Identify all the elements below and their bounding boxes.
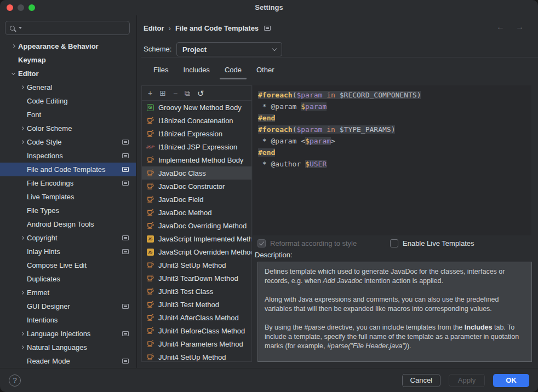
reset-to-default-icon[interactable]: ↺ xyxy=(197,89,204,97)
chevron-down-icon[interactable] xyxy=(12,71,15,75)
live-templates-checkbox[interactable] xyxy=(390,239,398,247)
sidebar-item-color-scheme[interactable]: Color Scheme xyxy=(0,122,136,135)
titlebar[interactable]: Settings xyxy=(0,0,538,15)
chevron-right-icon[interactable] xyxy=(20,126,24,130)
template-item-javadoc-overriding-method[interactable]: JavaDoc Overriding Method xyxy=(142,219,251,232)
sidebar-item-reader-mode[interactable]: Reader Mode xyxy=(0,354,136,368)
sidebar-item-duplicates[interactable]: Duplicates xyxy=(0,272,136,286)
template-item-junit4-setup-method[interactable]: JUnit4 SetUp Method xyxy=(142,350,251,362)
sidebar-item-emmet[interactable]: Emmet xyxy=(0,286,136,299)
tab-code[interactable]: Code xyxy=(219,64,248,79)
tree-toggle[interactable] xyxy=(18,141,26,143)
template-item-javascript-overridden-method-body[interactable]: JSJavaScript Overridden Method Body xyxy=(142,245,251,258)
window-title: Settings xyxy=(0,3,538,11)
code-line: #foreach($param in $RECORD_COMPONENTS) xyxy=(258,89,526,101)
monitor-icon xyxy=(122,304,129,309)
help-button[interactable]: ? xyxy=(9,374,21,387)
template-item-javadoc-method[interactable]: JavaDoc Method xyxy=(142,206,251,219)
template-item-junit4-beforeclass-method[interactable]: JUnit4 BeforeClass Method xyxy=(142,324,251,337)
sidebar-item-code-style[interactable]: Code Style xyxy=(0,135,136,149)
sidebar-item-copyright[interactable]: Copyright xyxy=(0,231,136,245)
sidebar-item-natural-languages[interactable]: Natural Languages xyxy=(0,341,136,354)
breadcrumb-parent[interactable]: Editor xyxy=(144,24,164,32)
search-input[interactable] xyxy=(24,24,125,32)
tree-toggle[interactable] xyxy=(18,332,26,335)
scheme-value: Project xyxy=(182,45,273,54)
chevron-right-icon[interactable] xyxy=(20,236,24,240)
tree-toggle[interactable] xyxy=(9,73,18,74)
chevron-right-icon[interactable] xyxy=(20,85,24,89)
sidebar-item-code-editing[interactable]: Code Editing xyxy=(0,94,136,108)
sidebar-item-label: Color Scheme xyxy=(26,124,129,132)
sidebar-item-file-encodings[interactable]: File Encodings xyxy=(0,176,136,190)
monitor-icon xyxy=(122,359,129,364)
sidebar-item-intentions[interactable]: Intentions xyxy=(0,313,136,327)
sidebar-item-language-injections[interactable]: Language Injections xyxy=(0,327,136,341)
description-paragraph: Along with Java expressions and comments… xyxy=(265,295,525,314)
sidebar-item-editor[interactable]: Editor xyxy=(0,67,136,80)
tree-toggle[interactable] xyxy=(18,86,26,89)
template-item-junit3-teardown-method[interactable]: JUnit3 TearDown Method xyxy=(142,272,251,285)
template-item-i18nized-concatenation[interactable]: I18nized Concatenation xyxy=(142,114,251,127)
scheme-dropdown[interactable]: Project xyxy=(176,42,282,56)
template-item-junit3-setup-method[interactable]: JUnit3 SetUp Method xyxy=(142,258,251,272)
template-item-javadoc-field[interactable]: JavaDoc Field xyxy=(142,193,251,206)
tab-other[interactable]: Other xyxy=(250,64,281,79)
main-panel: Editor › File and Code Templates ← → Sch… xyxy=(138,15,538,368)
chevron-right-icon[interactable] xyxy=(20,332,24,336)
template-item-junit4-afterclass-method[interactable]: JUnit4 AfterClass Method xyxy=(142,311,251,324)
add-template-icon[interactable]: + xyxy=(148,89,152,97)
code-line: * @author $USER xyxy=(258,158,526,170)
template-item-junit4-parameters-method[interactable]: JUnit4 Parameters Method xyxy=(142,337,251,350)
copy-template-icon[interactable]: ⧉ xyxy=(185,89,190,97)
sidebar-item-inlay-hints[interactable]: Inlay Hints xyxy=(0,245,136,258)
chevron-right-icon[interactable] xyxy=(20,291,24,295)
template-item-junit3-test-method[interactable]: JUnit3 Test Method xyxy=(142,298,251,311)
template-item-i18nized-expression[interactable]: I18nized Expression xyxy=(142,127,251,140)
sidebar-item-font[interactable]: Font xyxy=(0,108,136,122)
chevron-right-icon[interactable] xyxy=(12,44,15,48)
java-cup-icon xyxy=(146,261,154,269)
cancel-button[interactable]: Cancel xyxy=(402,374,440,387)
sidebar-item-gui-designer[interactable]: GUI Designer xyxy=(0,299,136,313)
sidebar-item-android-design-tools[interactable]: Android Design Tools xyxy=(0,217,136,231)
ok-button[interactable]: OK xyxy=(493,374,529,387)
template-item-javascript-implemented-method-body[interactable]: JSJavaScript Implemented Method Body xyxy=(142,232,251,245)
search-history-chevron-icon[interactable] xyxy=(19,27,22,29)
tree-toggle[interactable] xyxy=(9,45,18,48)
sidebar-item-label: Intentions xyxy=(26,316,129,324)
tree-toggle[interactable] xyxy=(18,346,26,349)
tab-files[interactable]: Files xyxy=(147,64,174,79)
template-editor[interactable]: #foreach($param in $RECORD_COMPONENTS) *… xyxy=(253,85,531,235)
chevron-right-icon[interactable] xyxy=(20,140,24,144)
template-item-label: Implemented Method Body xyxy=(158,156,243,164)
sidebar-item-file-and-code-templates[interactable]: File and Code Templates xyxy=(0,163,136,176)
sidebar-item-compose-live-edit[interactable]: Compose Live Edit xyxy=(0,258,136,272)
directive-highlight: #foreach($param in $RECORD_COMPONENTS) xyxy=(258,91,421,99)
sidebar-item-general[interactable]: General xyxy=(0,80,136,94)
sidebar-item-live-templates[interactable]: Live Templates xyxy=(0,190,136,204)
history-nav: ← → xyxy=(496,22,524,31)
sidebar-item-keymap[interactable]: Keymap xyxy=(0,53,136,67)
apply-button: Apply xyxy=(449,374,485,387)
tree-toggle[interactable] xyxy=(18,127,26,130)
template-item-implemented-method-body[interactable]: Implemented Method Body xyxy=(142,153,251,166)
settings-search[interactable] xyxy=(5,21,130,35)
create-child-template-icon[interactable]: ⊞ xyxy=(159,89,166,97)
tree-toggle[interactable] xyxy=(18,291,26,294)
template-item-i18nized-jsp-expression[interactable]: JSPI18nized JSP Expression xyxy=(142,140,251,153)
sidebar-item-label: Inspections xyxy=(26,152,122,160)
template-item-junit3-test-class[interactable]: JUnit3 Test Class xyxy=(142,285,251,298)
sidebar-item-inspections[interactable]: Inspections xyxy=(0,149,136,163)
chevron-right-icon[interactable] xyxy=(20,345,24,349)
sidebar-item-appearance-behavior[interactable]: Appearance & Behavior xyxy=(0,39,136,53)
template-item-javadoc-constructor[interactable]: JavaDoc Constructor xyxy=(142,180,251,193)
tab-includes[interactable]: Includes xyxy=(177,64,215,79)
sidebar-item-label: Android Design Tools xyxy=(26,220,129,228)
template-item-javadoc-class[interactable]: JavaDoc Class xyxy=(142,166,251,180)
template-item-groovy-new-method-body[interactable]: GGroovy New Method Body xyxy=(142,101,251,114)
tree-toggle[interactable] xyxy=(18,237,26,239)
sidebar-item-label: Code Editing xyxy=(26,97,129,105)
code-line: #end xyxy=(258,112,526,124)
sidebar-item-file-types[interactable]: File Types xyxy=(0,204,136,217)
